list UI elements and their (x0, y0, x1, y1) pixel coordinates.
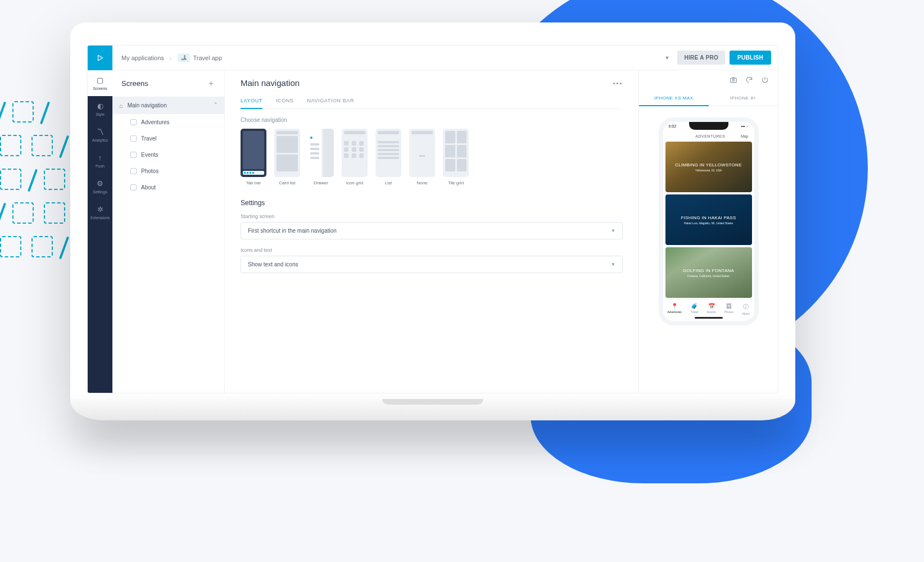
phone-tab-about[interactable]: ⓘAbout (742, 303, 749, 315)
signal-icon: ••• ⁃ (741, 124, 748, 129)
page-icon (130, 184, 137, 191)
card-title: FISHING IN HAKAI PASS (681, 215, 736, 220)
screen-travel[interactable]: Travel (112, 130, 224, 147)
phone-time: 6:02 (669, 124, 677, 129)
preview-card[interactable]: CLIMBING IN YELLOWSTONE Yellowstone, ID,… (665, 142, 752, 192)
screen-label: Travel (141, 135, 156, 142)
nav-opt-icongrid[interactable]: Icon grid (342, 129, 368, 185)
screen-label: Adventures (141, 119, 170, 125)
editor-pane: Main navigation ••• LAYOUT ICONS NAVIGAT… (225, 70, 638, 393)
topbar-caret-icon[interactable]: ▼ (661, 52, 673, 64)
refresh-icon[interactable] (745, 76, 753, 85)
field-label-icons: Icons and text (241, 247, 623, 253)
editor-tabs: LAYOUT ICONS NAVIGATION BAR (241, 98, 623, 109)
phone-header-title: ADVENTURES (680, 134, 741, 138)
sidebar-item-extensions[interactable]: ✲ Extensions (88, 200, 112, 225)
sidebar-label: Settings (93, 190, 107, 194)
screen-main-navigation[interactable]: ⌂ Main navigation ˄ (112, 97, 224, 114)
page-icon (130, 135, 137, 142)
tab-label: Photos (724, 310, 733, 314)
phone-tab-events[interactable]: 📅Events (707, 303, 715, 315)
screen-photos[interactable]: Photos (112, 163, 224, 179)
phone-preview: 6:02 ••• ⁃ ADVENTURES Map CLIMBING IN YE… (659, 117, 759, 325)
preview-card[interactable]: FISHING IN HAKAI PASS Hakai Luxv, Magiah… (665, 194, 752, 245)
nav-opt-cardlist[interactable]: Card list (274, 129, 300, 185)
nav-opt-list[interactable]: List (375, 129, 401, 185)
power-icon[interactable] (761, 76, 769, 85)
app-logo[interactable] (88, 46, 112, 70)
laptop-frame: My applications › 🏞 Travel app ▼ HIRE A … (70, 22, 795, 420)
chevron-down-icon: ▼ (611, 228, 615, 233)
sidebar-item-push[interactable]: ↑ Push (88, 148, 112, 174)
breadcrumb-app-label: Travel app (193, 55, 223, 61)
tab-layout[interactable]: LAYOUT (241, 98, 262, 109)
card-title: GOLFING IN FONTANA (683, 268, 734, 273)
nav-opt-label: Tile grid (448, 180, 464, 185)
nav-opt-label: Card list (279, 180, 295, 185)
card-title: CLIMBING IN YELLOWSTONE (675, 162, 742, 167)
tab-icons[interactable]: ICONS (276, 98, 294, 108)
travel-icon: 🧳 (691, 303, 697, 309)
calendar-icon: 📅 (708, 303, 715, 309)
nav-opt-drawer[interactable]: Drawer (308, 129, 334, 185)
settings-heading: Settings (241, 199, 623, 207)
more-menu-icon[interactable]: ••• (613, 80, 623, 87)
nav-opt-label: Drawer (314, 180, 328, 185)
nav-opt-tabbar[interactable]: Tab bar (241, 129, 266, 185)
phone-header-right[interactable]: Map (741, 134, 749, 138)
sidebar-item-style[interactable]: ◐ Style (88, 96, 112, 122)
breadcrumb-root[interactable]: My applications (121, 55, 164, 61)
screen-about[interactable]: About (112, 179, 224, 196)
sidebar-item-settings[interactable]: ⚙ Settings (88, 174, 112, 200)
analytics-icon: 〽 (97, 128, 104, 136)
screen-events[interactable]: Events (112, 147, 224, 163)
breadcrumb-app[interactable]: 🏞 Travel app (178, 53, 223, 62)
tab-navbar[interactable]: NAVIGATION BAR (307, 98, 354, 108)
sidebar-label: Screens (93, 87, 107, 90)
nav-opt-tilegrid[interactable]: Tile grid (443, 129, 469, 185)
select-icons-text[interactable]: Show text and icons ▼ (241, 256, 623, 273)
sidebar-item-screens[interactable]: ▢ Screens (88, 70, 112, 96)
svg-rect-0 (731, 78, 737, 83)
info-icon: ⓘ (743, 303, 749, 311)
hire-button[interactable]: HIRE A PRO (677, 51, 725, 65)
nav-opt-label: List (385, 180, 392, 185)
screen-label: About (141, 184, 156, 191)
preview-card[interactable]: GOLFING IN FONTANA Fontana, California, … (665, 247, 752, 298)
screens-panel: Screens ＋ ⌂ Main navigation ˄ Adventures (112, 70, 225, 393)
main-sidebar: ▢ Screens ◐ Style 〽 Analytics ↑ Push (88, 70, 112, 393)
home-indicator (695, 317, 723, 319)
sidebar-label: Analytics (92, 138, 108, 142)
card-subtitle: Fontana, California, United States (687, 274, 730, 278)
page-icon (130, 168, 137, 174)
tab-label: About (742, 312, 749, 315)
gear-icon: ⚙ (97, 179, 103, 188)
page-icon (130, 119, 137, 125)
chevron-up-icon: ˄ (214, 102, 218, 109)
chevron-right-icon: › (170, 55, 172, 61)
nav-opt-label: None (416, 180, 427, 185)
push-icon: ↑ (98, 153, 102, 162)
preview-pane: IPHONE XS MAX IPHONE 8+ 6:02 ••• ⁃ ADVEN… (638, 70, 778, 393)
screens-title: Screens (121, 79, 148, 88)
select-starting-screen[interactable]: First shortcut in the main navigation ▼ (241, 222, 623, 239)
device-tab-xsmax[interactable]: IPHONE XS MAX (639, 91, 709, 106)
add-screen-button[interactable]: ＋ (207, 78, 215, 89)
camera-icon[interactable] (730, 76, 737, 85)
breadcrumb: My applications › 🏞 Travel app (112, 53, 231, 62)
phone-tab-adventures[interactable]: 📍Adventures (667, 303, 681, 315)
publish-button[interactable]: PUBLISH (730, 51, 771, 65)
screens-icon: ▢ (97, 76, 103, 84)
nav-opt-none[interactable]: ••• None (409, 129, 435, 185)
screen-adventures[interactable]: Adventures (112, 114, 224, 130)
sidebar-label: Push (96, 164, 105, 168)
phone-tab-photos[interactable]: 🖼Photos (724, 303, 733, 315)
screen-label: Main navigation (128, 102, 167, 108)
tab-label: Events (707, 310, 715, 314)
device-tab-8plus[interactable]: IPHONE 8+ (709, 91, 778, 106)
home-icon: ⌂ (119, 102, 123, 109)
sidebar-item-analytics[interactable]: 〽 Analytics (88, 122, 112, 148)
tab-label: Travel (690, 310, 698, 314)
phone-tab-travel[interactable]: 🧳Travel (690, 303, 698, 315)
tab-label: Adventures (667, 310, 681, 314)
